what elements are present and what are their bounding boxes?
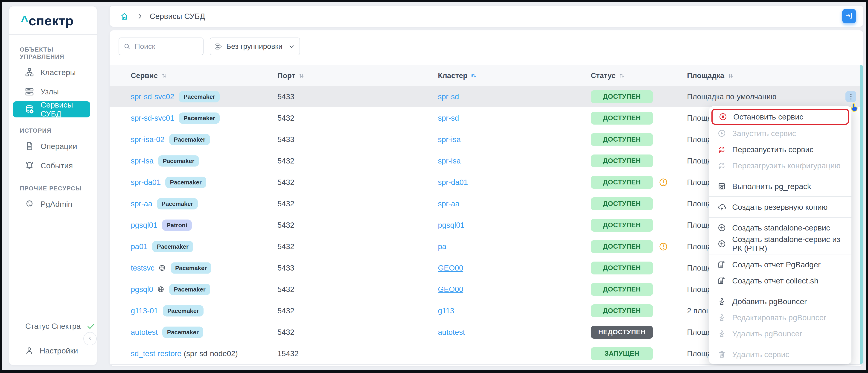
table-header: СервисПортКластерСтатусПлощадка bbox=[110, 65, 863, 86]
status-cell: ДОСТУПЕН bbox=[591, 90, 653, 103]
cluster-cell: spr-da01 bbox=[438, 178, 468, 187]
service-link[interactable]: spr-aa bbox=[131, 199, 152, 208]
cluster-type-badge: Pacemaker bbox=[169, 134, 210, 145]
service-link[interactable]: autotest bbox=[131, 328, 158, 337]
service-link[interactable]: spr-sd-svc01 bbox=[131, 114, 174, 123]
service-link[interactable]: pgsql01 bbox=[131, 221, 157, 229]
cluster-link[interactable]: spr-sd bbox=[438, 92, 459, 101]
search-icon bbox=[123, 42, 131, 51]
service-link[interactable]: spr-isa-02 bbox=[131, 135, 165, 144]
service-cell: sd_test-restore(spr-sd-node02) bbox=[131, 349, 238, 358]
column-header-3[interactable]: Кластер bbox=[438, 65, 477, 86]
cluster-link[interactable]: spr-aa bbox=[438, 199, 460, 208]
service-link[interactable]: pgsql0 bbox=[131, 285, 153, 294]
service-link[interactable]: spr-da01 bbox=[131, 178, 161, 187]
vertical-scrollbar[interactable] bbox=[860, 65, 863, 364]
cluster-cell: pa bbox=[438, 242, 446, 251]
menu-divider bbox=[709, 217, 851, 218]
menu-item-создать-отчет-collect.sh[interactable]: Создать отчет collect.sh bbox=[709, 273, 851, 289]
service-cell: spr-isaPacemaker bbox=[131, 155, 199, 166]
port-cell: 5433 bbox=[277, 135, 294, 144]
sort-icon bbox=[161, 72, 167, 79]
breadcrumb: Сервисы СУБД bbox=[150, 12, 205, 21]
service-link[interactable]: pa01 bbox=[131, 242, 148, 251]
sidebar-section-label: ПРОЧИЕ РЕСУРСЫ bbox=[20, 185, 97, 192]
cluster-link[interactable]: GEO00 bbox=[438, 285, 463, 294]
menu-item-добавить-pgbouncer[interactable]: Добавить pgBouncer bbox=[709, 293, 851, 309]
menu-item-label: Добавить pgBouncer bbox=[732, 297, 807, 306]
service-cell: spr-aaPacemaker bbox=[131, 198, 198, 209]
menu-item-остановить-сервис[interactable]: Остановить сервис bbox=[711, 109, 849, 125]
site-cell: Площадка по-умолчанию bbox=[687, 92, 776, 101]
port-cell: 5433 bbox=[277, 263, 294, 272]
chevron-left-icon bbox=[87, 335, 93, 343]
cluster-link[interactable]: pa bbox=[438, 242, 446, 251]
menu-item-выполнить-pg_repack[interactable]: Выполнить pg_repack bbox=[709, 178, 851, 194]
grouping-select[interactable]: Без группировки bbox=[210, 37, 300, 55]
service-link[interactable]: spr-sd-svc02 bbox=[131, 92, 174, 101]
status-cell: ДОСТУПЕН bbox=[591, 261, 653, 275]
sidebar-item-кластеры[interactable]: Кластеры bbox=[9, 63, 90, 82]
column-header-4[interactable]: Статус bbox=[591, 65, 625, 86]
service-link[interactable]: spr-isa bbox=[131, 157, 154, 165]
service-cell: spr-da01Pacemaker bbox=[131, 177, 206, 188]
table-row[interactable]: spr-sd-svc02Pacemaker5433spr-sdДОСТУПЕНП… bbox=[110, 86, 863, 108]
column-header-1[interactable]: Сервис bbox=[131, 65, 167, 86]
sort-icon bbox=[618, 72, 625, 79]
column-header-2[interactable]: Порт bbox=[277, 65, 305, 86]
menu-item-редактировать-pgbouncer: Редактировать pgBouncer bbox=[709, 309, 851, 325]
search-input[interactable] bbox=[134, 42, 195, 51]
cluster-link[interactable]: spr-sd bbox=[438, 114, 459, 123]
stop-icon bbox=[719, 112, 727, 121]
status-cell: ЗАПУЩЕН bbox=[591, 347, 653, 360]
sidebar-section-label: ИСТОРИЯ bbox=[20, 127, 97, 134]
service-cell: pa01Pacemaker bbox=[131, 241, 193, 252]
menu-item-создать-standalone-сервис-из-рк-pitr-[interactable]: Создать standalone-сервис из РК (PITR) bbox=[709, 236, 851, 252]
cluster-cell: spr-aa bbox=[438, 199, 460, 208]
sidebar-item-label: Сервисы СУБД bbox=[40, 100, 90, 118]
sidebar-item-операции[interactable]: Операции bbox=[9, 136, 90, 156]
cluster-link[interactable]: spr-isa bbox=[438, 135, 461, 144]
menu-item-создать-отчет-pgbadger[interactable]: Создать отчет PgBadger bbox=[709, 256, 851, 273]
sidebar-item-pgadmin[interactable]: PgAdmin bbox=[9, 194, 90, 214]
cluster-link[interactable]: GEO00 bbox=[438, 263, 463, 272]
menu-item-label: Создать standalone-сервис из РК (PITR) bbox=[732, 235, 851, 253]
cluster-link[interactable]: spr-isa bbox=[438, 157, 461, 165]
port-value: 5432 bbox=[277, 285, 294, 294]
status-cell: ДОСТУПЕН bbox=[591, 240, 668, 253]
service-cell: testsvcPacemaker bbox=[131, 262, 211, 274]
operations-icon bbox=[24, 141, 34, 151]
row-actions-button[interactable] bbox=[845, 91, 856, 102]
menu-item-удалить-сервис: Удалить сервис bbox=[709, 346, 851, 363]
column-header-5[interactable]: Площадка bbox=[687, 65, 734, 86]
row-context-menu: Остановить сервисЗапустить сервисПерезап… bbox=[709, 106, 851, 364]
service-link[interactable]: g113-01 bbox=[131, 307, 158, 315]
service-link[interactable]: testsvc bbox=[131, 263, 154, 272]
cluster-link[interactable]: spr-da01 bbox=[438, 178, 468, 187]
cluster-type-badge: Pacemaker bbox=[179, 91, 220, 102]
sidebar: ^спектр ОБЪЕКТЫ УПРАВЛЕНИЯКластерыУзлыСе… bbox=[9, 6, 97, 365]
port-cell: 5433 bbox=[277, 92, 294, 101]
events-icon bbox=[24, 160, 34, 170]
cluster-type-badge: Pacemaker bbox=[152, 241, 193, 252]
sidebar-item-label: Операции bbox=[40, 142, 77, 151]
port-value: 5433 bbox=[277, 92, 294, 101]
sidebar-item-события[interactable]: События bbox=[9, 156, 90, 175]
home-icon[interactable] bbox=[120, 12, 129, 21]
sidebar-collapse-button[interactable] bbox=[83, 332, 97, 345]
menu-item-создать-резервную-копию[interactable]: Создать резервную копию bbox=[709, 199, 851, 215]
cluster-link[interactable]: g113 bbox=[438, 307, 454, 315]
sidebar-item-сервисы-субд[interactable]: Сервисы СУБД bbox=[13, 101, 90, 117]
menu-item-перезапустить-сервис[interactable]: Перезапустить сервис bbox=[709, 142, 851, 157]
service-link[interactable]: sd_test-restore bbox=[131, 349, 181, 358]
cluster-type-badge: Pacemaker bbox=[162, 327, 203, 338]
login-button[interactable] bbox=[842, 9, 856, 23]
settings-button[interactable]: Настройки bbox=[24, 346, 78, 355]
status-badge: ДОСТУПЕН bbox=[591, 283, 653, 296]
cluster-link[interactable]: pgsql01 bbox=[438, 221, 465, 229]
port-cell: 5432 bbox=[277, 307, 294, 315]
sidebar-item-узлы[interactable]: Узлы bbox=[9, 82, 90, 101]
cluster-link[interactable]: autotest bbox=[438, 328, 465, 337]
menu-item-создать-standalone-сервис[interactable]: Создать standalone-сервис bbox=[709, 220, 851, 236]
cluster-cell: GEO00 bbox=[438, 285, 463, 294]
